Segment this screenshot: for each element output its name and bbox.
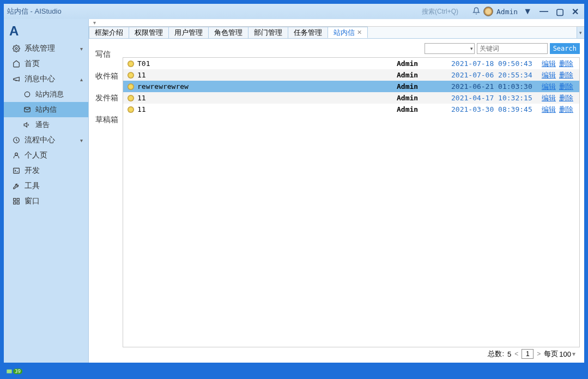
keyword-input[interactable]	[477, 43, 548, 54]
close-button[interactable]: ✕	[569, 7, 581, 17]
circle-icon	[22, 91, 32, 98]
pager-prev[interactable]: <	[514, 350, 518, 358]
bell-icon[interactable]	[472, 7, 480, 16]
tab-4[interactable]: 部门管理	[248, 27, 288, 38]
taskbar: 39	[0, 364, 588, 379]
svg-rect-7	[17, 198, 19, 201]
minimize-button[interactable]: —	[537, 7, 550, 16]
sidebar-item-label: 首页	[25, 59, 40, 69]
sidebar-item-label: 工具	[25, 181, 40, 191]
pager: 总数:5 < > 每页 100 ▾	[123, 347, 580, 360]
tab-5[interactable]: 任务管理	[288, 27, 328, 38]
windows-icon	[11, 197, 21, 205]
tab-0[interactable]: 框架介绍	[89, 27, 129, 38]
table-row[interactable]: 11Admin2021-04-17 10:32:15编辑删除	[123, 92, 579, 104]
chevron-icon: ▾	[80, 46, 83, 52]
svg-point-1	[25, 92, 29, 97]
sidebar-item-10[interactable]: 窗口	[4, 194, 88, 209]
sidebar-item-label: 通告	[35, 120, 50, 130]
speaker-icon	[22, 121, 32, 129]
table-row[interactable]: 11Admin2021-07-06 20:55:34编辑删除	[123, 69, 579, 81]
row-author: Admin	[397, 71, 451, 79]
sidebar-item-label: 系统管理	[25, 44, 55, 53]
row-author: Admin	[397, 82, 451, 91]
svg-rect-6	[14, 198, 16, 201]
taskbar-running-app[interactable]: 39	[5, 368, 22, 375]
row-delete-link[interactable]: 删除	[559, 105, 573, 115]
folder-compose[interactable]: 写信	[95, 50, 123, 59]
sidebar-item-6[interactable]: 流程中心▾	[4, 133, 88, 148]
sidebar-item-5[interactable]: 通告	[4, 117, 88, 133]
filter-dropdown[interactable]: ▾	[425, 43, 475, 54]
dropdown-icon[interactable]: ▼	[521, 7, 534, 16]
row-title: rewrewrewrew	[135, 82, 397, 91]
sidebar-item-0[interactable]: 系统管理▾	[4, 41, 88, 56]
sidebar-item-label: 开发	[25, 166, 40, 176]
search-hint[interactable]: 搜索(Ctrl+Q)	[422, 7, 458, 16]
row-delete-link[interactable]: 删除	[559, 70, 573, 80]
row-title: 11	[135, 71, 397, 79]
row-title: 11	[135, 105, 397, 113]
user-name[interactable]: Admin	[496, 8, 518, 16]
row-delete-link[interactable]: 删除	[559, 59, 573, 69]
row-edit-link[interactable]: 编辑	[542, 59, 556, 69]
folder-inbox[interactable]: 收件箱	[95, 71, 123, 81]
row-author: Admin	[397, 59, 451, 68]
row-edit-link[interactable]: 编辑	[542, 70, 556, 80]
logo[interactable]: A	[4, 21, 88, 41]
pager-page-input[interactable]	[522, 349, 534, 359]
tab-3[interactable]: 角色管理	[208, 27, 248, 38]
mail-item-icon	[126, 83, 135, 90]
search-button[interactable]: Search	[550, 43, 580, 54]
avatar[interactable]	[483, 7, 493, 16]
sidebar-item-7[interactable]: 个人页	[4, 148, 88, 163]
pager-next[interactable]: >	[537, 350, 541, 358]
message-grid: T01Admin2021-07-18 09:50:43编辑删除11Admin20…	[123, 57, 580, 347]
svg-point-4	[15, 153, 18, 155]
svg-rect-9	[17, 202, 19, 204]
row-delete-link[interactable]: 删除	[559, 93, 573, 103]
row-delete-link[interactable]: 删除	[559, 82, 573, 92]
sidebar-item-8[interactable]: 开发	[4, 163, 88, 178]
tab-2[interactable]: 用户管理	[168, 27, 209, 38]
main-area: ▾ 框架介绍权限管理用户管理角色管理部门管理任务管理站内信✕▾ 写信 收件箱 发…	[88, 19, 584, 363]
table-row[interactable]: T01Admin2021-07-18 09:50:43编辑删除	[123, 58, 579, 69]
pager-per-label: 每页	[544, 349, 558, 359]
row-title: 11	[135, 94, 397, 102]
pager-total: 5	[507, 350, 511, 358]
sidebar-item-4[interactable]: 站内信	[4, 102, 88, 117]
tab-label: 任务管理	[294, 28, 322, 38]
pager-per-value: 100	[559, 350, 571, 358]
sidebar-item-2[interactable]: 消息中心▴	[4, 71, 88, 87]
maximize-button[interactable]: ▢	[554, 7, 566, 17]
row-edit-link[interactable]: 编辑	[542, 105, 556, 115]
tab-close-icon[interactable]: ✕	[357, 29, 362, 36]
folder-sent[interactable]: 发件箱	[95, 93, 123, 103]
home-icon	[11, 60, 21, 68]
tab-6[interactable]: 站内信✕	[328, 27, 368, 38]
ribbon-quick[interactable]: ▾	[89, 19, 584, 27]
folder-draft[interactable]: 草稿箱	[95, 115, 123, 125]
table-row[interactable]: rewrewrewrewAdmin2021-06-21 01:03:30编辑删除	[123, 81, 579, 92]
mail-item-icon	[126, 106, 135, 113]
chevron-icon: ▴	[80, 76, 83, 82]
sidebar-item-9[interactable]: 工具	[4, 178, 88, 194]
sidebar-item-label: 站内消息	[35, 89, 64, 99]
mail-item-icon	[126, 61, 135, 67]
titlebar: 站内信 - AIStudio 搜索(Ctrl+Q) Admin ▼ — ▢ ✕	[4, 4, 584, 19]
svg-rect-8	[14, 202, 16, 204]
tab-overflow[interactable]: ▾	[577, 27, 584, 38]
pager-per-dropdown[interactable]: ▾	[572, 350, 575, 358]
chevron-icon: ▾	[80, 137, 83, 143]
row-edit-link[interactable]: 编辑	[542, 82, 556, 92]
row-time: 2021-06-21 01:03:30	[451, 82, 538, 91]
sidebar-item-1[interactable]: 首页	[4, 56, 88, 71]
tab-label: 用户管理	[174, 28, 203, 38]
tab-1[interactable]: 权限管理	[129, 27, 169, 38]
tab-label: 权限管理	[135, 28, 163, 38]
tab-label: 站内信	[334, 28, 355, 38]
terminal-icon	[11, 167, 21, 175]
table-row[interactable]: 11Admin2021-03-30 08:39:45编辑删除	[123, 104, 579, 115]
sidebar-item-3[interactable]: 站内消息	[4, 87, 88, 102]
row-edit-link[interactable]: 编辑	[542, 93, 556, 103]
